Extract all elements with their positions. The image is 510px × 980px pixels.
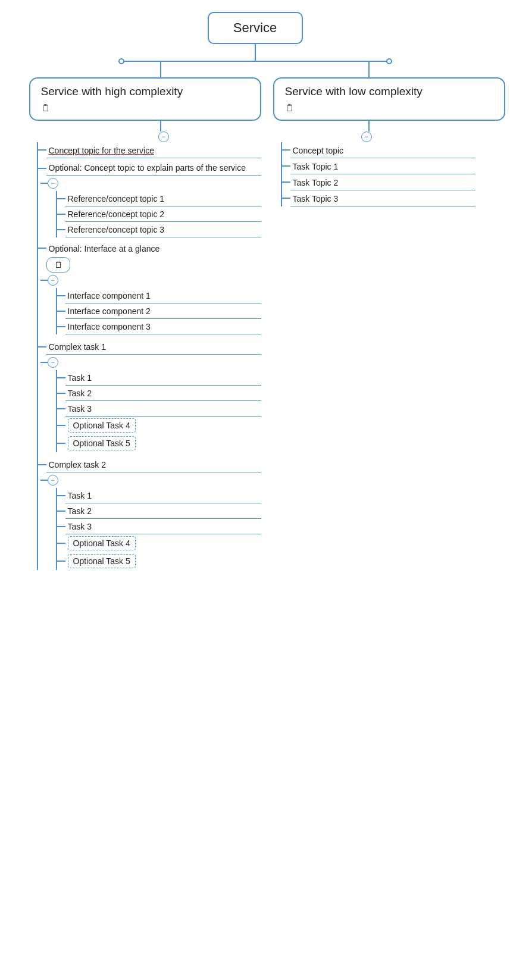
sg1-hbar2 bbox=[57, 214, 65, 215]
sg2-items: Interface component 1 Interface componen… bbox=[57, 288, 261, 334]
complex-task-1-row: Complex task 1 bbox=[38, 339, 261, 355]
small-node-icon: 🗒 bbox=[54, 260, 62, 270]
tree-root: Service Service with high complexity 🗒 bbox=[6, 12, 504, 570]
right-circle bbox=[386, 58, 392, 64]
left-branch-v bbox=[160, 62, 161, 77]
complex-task-2-row: Complex task 2 bbox=[38, 457, 261, 472]
two-columns: Service with high complexity 🗒 − bbox=[0, 62, 510, 570]
subgroup1: − Reference/concept topic 1 bbox=[38, 178, 261, 237]
small-node-box: 🗒 bbox=[46, 257, 70, 273]
root-label: Service bbox=[233, 20, 277, 35]
sg1-label-2: Reference/concept topic 2 bbox=[65, 206, 261, 222]
ct1-hbar bbox=[38, 346, 46, 347]
sg2-hbar1 bbox=[57, 295, 65, 296]
sg2-label-2: Interface component 2 bbox=[65, 303, 261, 319]
optional-task-4b: Optional Task 4 bbox=[68, 536, 136, 550]
sg3-item-1: Task 1 bbox=[57, 370, 261, 386]
sg1-label-3: Reference/concept topic 3 bbox=[65, 222, 261, 237]
sg4-items: Task 1 Task 2 bbox=[57, 488, 261, 570]
sg2-label-3: Interface component 3 bbox=[65, 319, 261, 334]
left-main-node: Service with high complexity 🗒 bbox=[29, 77, 261, 121]
left-item-1: Concept topic for the service bbox=[38, 142, 261, 158]
right-item-2: Task Topic 1 bbox=[282, 158, 475, 174]
optional-task-5b: Optional Task 5 bbox=[68, 554, 136, 568]
right-column: Service with low complexity 🗒 − bbox=[267, 62, 499, 206]
sg2-label-1: Interface component 1 bbox=[65, 288, 261, 303]
sg3-item-3: Task 3 bbox=[57, 401, 261, 417]
subgroup3: − Task 1 bbox=[38, 357, 261, 452]
sg4-item-5: Optional Task 5 bbox=[57, 552, 261, 570]
collapse-btn-right[interactable]: − bbox=[361, 131, 372, 142]
sg2-hbar bbox=[40, 280, 48, 281]
subgroup3-collapse-row: − bbox=[40, 357, 261, 368]
h-bridge bbox=[118, 61, 392, 62]
collapse-btn-sg3[interactable]: − bbox=[48, 357, 58, 368]
hbar-ig bbox=[38, 248, 46, 249]
sg1-hbar3 bbox=[57, 229, 65, 230]
optional-task-4a: Optional Task 4 bbox=[68, 418, 136, 433]
sg2-hbar3 bbox=[57, 326, 65, 327]
right-main-node: Service with low complexity 🗒 bbox=[273, 77, 505, 121]
left-item-interface-glance: Optional: Interface at a glance bbox=[38, 241, 261, 256]
sg4-item-1: Task 1 bbox=[57, 488, 261, 503]
right-tree-section: Concept topic Task Topic 1 Task Topic 2 bbox=[273, 142, 475, 206]
subgroup1-collapse-row: − bbox=[40, 178, 261, 189]
left-main-title: Service with high complexity bbox=[41, 84, 249, 99]
left-collapse-row1: − bbox=[158, 131, 169, 142]
ct1-label: Complex task 1 bbox=[46, 339, 261, 355]
right-branch-v bbox=[368, 62, 370, 77]
left-main-icon: 🗒 bbox=[41, 103, 249, 114]
sg1-item-3: Reference/concept topic 3 bbox=[57, 222, 261, 237]
item-label-1: Concept topic for the service bbox=[46, 142, 261, 158]
right-item-4: Task Topic 3 bbox=[282, 190, 475, 206]
sg1-items-container: Reference/concept topic 1 Reference/conc… bbox=[56, 191, 261, 237]
sg4-items-container: Task 1 Task 2 bbox=[56, 488, 261, 570]
sg4-item-4: Optional Task 4 bbox=[57, 534, 261, 552]
sg1-items: Reference/concept topic 1 Reference/conc… bbox=[57, 191, 261, 237]
sg2-item-2: Interface component 2 bbox=[57, 303, 261, 319]
right-collapse-row1: − bbox=[361, 131, 372, 142]
right-items: Concept topic Task Topic 1 Task Topic 2 bbox=[282, 142, 475, 206]
right-main-icon: 🗒 bbox=[285, 103, 493, 114]
right-item-3: Task Topic 2 bbox=[282, 174, 475, 190]
sg3-items: Task 1 Task 2 bbox=[57, 370, 261, 452]
right-tree-v1 bbox=[368, 121, 370, 131]
hbar-2 bbox=[38, 168, 46, 169]
subgroup4: − Task 1 bbox=[38, 475, 261, 570]
sg2-item-1: Interface component 1 bbox=[57, 288, 261, 303]
root-v-connector bbox=[255, 44, 256, 61]
sg2-hbar2 bbox=[57, 311, 65, 312]
left-tree-section: Concept topic for the service Optional: … bbox=[29, 142, 261, 570]
collapse-btn-sg1[interactable]: − bbox=[48, 178, 58, 189]
sg3-item-5: Optional Task 5 bbox=[57, 434, 261, 452]
sg1-label-1: Reference/concept topic 1 bbox=[65, 191, 261, 206]
right-label-1: Concept topic bbox=[290, 142, 475, 158]
sg1-item-2: Reference/concept topic 2 bbox=[57, 206, 261, 222]
collapse-btn-1[interactable]: − bbox=[158, 131, 169, 142]
collapse-btn-sg2[interactable]: − bbox=[48, 275, 58, 286]
left-column: Service with high complexity 🗒 − bbox=[11, 62, 267, 570]
optional-task-5a: Optional Task 5 bbox=[68, 436, 136, 450]
sg1-item-1: Reference/concept topic 1 bbox=[57, 191, 261, 206]
hbar-1 bbox=[38, 149, 46, 151]
left-items: Concept topic for the service Optional: … bbox=[38, 142, 261, 570]
right-label-2: Task Topic 1 bbox=[290, 158, 475, 174]
subgroup4-collapse-row: − bbox=[40, 475, 261, 486]
sg1-hbar bbox=[40, 183, 48, 184]
subgroup2-collapse-row: − bbox=[40, 275, 261, 286]
subgroup2: − Interface component 1 bbox=[38, 275, 261, 334]
right-main-title: Service with low complexity bbox=[285, 84, 493, 99]
right-label-3: Task Topic 2 bbox=[290, 174, 475, 190]
sg4-item-3: Task 3 bbox=[57, 519, 261, 534]
right-label-4: Task Topic 3 bbox=[290, 190, 475, 206]
item-label-2: Optional: Concept topic to explain parts… bbox=[46, 159, 261, 176]
collapse-btn-sg4[interactable]: − bbox=[48, 475, 58, 486]
right-item-1: Concept topic bbox=[282, 142, 475, 158]
ct2-label: Complex task 2 bbox=[46, 457, 261, 472]
sg2-items-container: Interface component 1 Interface componen… bbox=[56, 288, 261, 334]
root-node: Service bbox=[208, 12, 303, 44]
sg4-item-2: Task 2 bbox=[57, 503, 261, 519]
sg3-item-2: Task 2 bbox=[57, 386, 261, 401]
left-circle bbox=[118, 58, 124, 64]
sg3-hbar bbox=[40, 362, 48, 363]
